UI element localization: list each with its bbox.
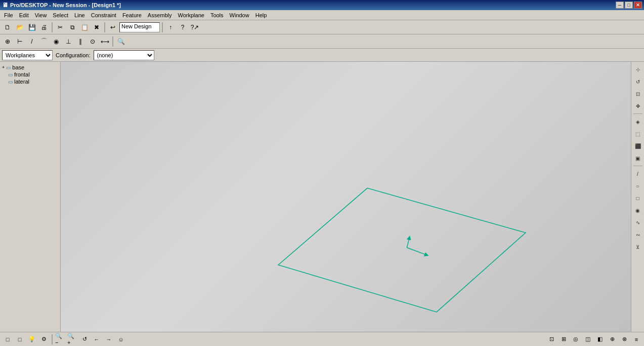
session-name-input[interactable]: New Design: [119, 22, 160, 32]
rt-spline-icon[interactable]: ∾: [632, 229, 643, 240]
rt-viewside-icon[interactable]: ▣: [632, 152, 643, 164]
sb-rotate-btn[interactable]: ↺: [79, 334, 90, 345]
title-bar-buttons: ─ □ ✕: [616, 2, 642, 9]
menu-item-tools[interactable]: Tools: [207, 11, 227, 19]
workplane-bar: Workplanes Configuration: (none): [0, 49, 644, 62]
sb-zoomin-btn[interactable]: 🔍+: [67, 334, 78, 345]
sb-forward-btn[interactable]: →: [103, 334, 114, 345]
help-btn[interactable]: ?: [177, 22, 188, 33]
tb2-constrain7[interactable]: ⊙: [87, 36, 98, 47]
sb-smiley-btn[interactable]: ☺: [115, 334, 126, 345]
rt-line-icon[interactable]: /: [632, 168, 643, 179]
sb-zoomout-btn[interactable]: 🔍−: [55, 334, 66, 345]
rt-eye-icon[interactable]: ◉: [632, 205, 643, 216]
svg-line-1: [407, 248, 426, 255]
rt-rotate-icon[interactable]: ↺: [632, 76, 643, 87]
tb2-magnet[interactable]: ⊕: [2, 36, 13, 47]
paste-btn[interactable]: 📋: [79, 22, 90, 33]
title-bar-left: 🖥 Pro/DESKTOP - New Session - [Design1 *…: [2, 2, 121, 9]
plane-icon: ▭: [6, 65, 11, 70]
config-dropdown[interactable]: (none): [94, 50, 154, 60]
sb-sq2-btn[interactable]: □: [14, 334, 25, 345]
help2-btn[interactable]: ?↗: [189, 22, 200, 33]
save-btn[interactable]: 💾: [26, 22, 37, 33]
toolbar1: 🗋 📂 💾 🖨 ✂ ⧉ 📋 ✖ ↩ New Design ↑ ? ?↗: [0, 20, 644, 34]
workplanes-dropdown[interactable]: Workplanes: [2, 50, 53, 60]
tb2-constrain4[interactable]: ◉: [51, 36, 62, 47]
sb-r7-btn[interactable]: ⊗: [619, 334, 630, 345]
tb2-constrain5[interactable]: ⊥: [63, 36, 74, 47]
rt-select-icon[interactable]: ⊹: [632, 64, 643, 75]
left-panel: + ▭ base ▭ frontal ▭ lateral: [0, 62, 61, 332]
rt-curve-icon[interactable]: ∿: [632, 217, 643, 228]
status-bar: □ □ 💡 ⚙ 🔍− 🔍+ ↺ ← → ☺ ⊡ ⊞ ◎ ◫ ◧ ⊕ ⊗ ≡: [0, 332, 644, 346]
tb2-constrain6[interactable]: ∥: [75, 36, 86, 47]
3d-viewport-svg: [61, 62, 631, 332]
menu-item-window[interactable]: Window: [227, 11, 252, 19]
new-btn[interactable]: 🗋: [2, 22, 13, 33]
title-text: Pro/DESKTOP - New Session - [Design1 *]: [10, 2, 121, 8]
rt-viewtop-icon[interactable]: ⬚: [632, 128, 643, 139]
sb-r3-btn[interactable]: ◎: [570, 334, 581, 345]
menu-item-workplane[interactable]: Workplane: [175, 11, 207, 19]
menu-item-feature[interactable]: Feature: [119, 11, 145, 19]
tree-item-base[interactable]: + ▭ base: [1, 64, 59, 71]
menu-item-file[interactable]: File: [1, 11, 16, 19]
menu-item-select[interactable]: Select: [50, 11, 71, 19]
menu-item-assembly[interactable]: Assembly: [145, 11, 175, 19]
sb-r5-btn[interactable]: ◧: [594, 334, 606, 345]
menu-item-help[interactable]: Help: [252, 11, 270, 19]
sb-gear-btn[interactable]: ⚙: [38, 334, 50, 345]
tree-label-frontal: frontal: [14, 71, 30, 78]
menu-bar: FileEditViewSelectLineConstraintFeatureA…: [0, 10, 644, 20]
minimize-button[interactable]: ─: [616, 2, 624, 9]
rt-zoom-icon[interactable]: ⊡: [632, 88, 643, 99]
title-bar: 🖥 Pro/DESKTOP - New Session - [Design1 *…: [0, 0, 644, 10]
rt-rect-icon[interactable]: □: [632, 193, 643, 204]
rt-circle-icon[interactable]: ○: [632, 180, 643, 191]
tb2-constrain1[interactable]: ⊢: [14, 36, 25, 47]
menu-item-line[interactable]: Line: [71, 11, 88, 19]
rt-view3d-icon[interactable]: ◈: [632, 116, 643, 127]
menu-item-constraint[interactable]: Constraint: [88, 11, 119, 19]
tb2-constrain8[interactable]: ⟷: [99, 36, 110, 47]
sb-light-btn[interactable]: 💡: [26, 334, 37, 345]
delete-btn[interactable]: ✖: [91, 22, 102, 33]
tb2-constrain2[interactable]: /: [26, 36, 37, 47]
plane-icon-lateral: ▭: [8, 79, 13, 85]
print-btn[interactable]: 🖨: [38, 22, 50, 33]
rt-constraint-icon[interactable]: ⊻: [632, 241, 643, 252]
expand-icon: +: [2, 65, 5, 70]
sb-r4-btn[interactable]: ◫: [582, 334, 593, 345]
sb-sq1-btn[interactable]: □: [2, 334, 13, 345]
open-btn[interactable]: 📂: [14, 22, 25, 33]
tree-label-lateral: lateral: [14, 79, 29, 85]
plane-icon-frontal: ▭: [8, 72, 13, 78]
tb2-search[interactable]: 🔍: [115, 36, 126, 47]
sb-r1-btn[interactable]: ⊡: [546, 334, 557, 345]
rt-viewfront-icon[interactable]: ⬛: [632, 140, 643, 151]
rt-pan-icon[interactable]: ✥: [632, 100, 643, 111]
viewport[interactable]: [61, 62, 631, 332]
arrow-btn[interactable]: ↑: [165, 22, 176, 33]
sb-r6-btn[interactable]: ⊕: [607, 334, 618, 345]
undo-btn[interactable]: ↩: [107, 22, 118, 33]
sb-r8-btn[interactable]: ≡: [631, 334, 642, 345]
tb2-constrain3[interactable]: ⌒: [38, 36, 50, 47]
tree-item-lateral[interactable]: ▭ lateral: [1, 78, 59, 85]
menu-item-edit[interactable]: Edit: [16, 11, 32, 19]
app-icon: 🖥: [2, 2, 8, 9]
menu-item-view[interactable]: View: [32, 11, 50, 19]
svg-marker-0: [278, 188, 526, 312]
sb-back-btn[interactable]: ←: [91, 334, 102, 345]
toolbar2: ⊕ ⊢ / ⌒ ◉ ⊥ ∥ ⊙ ⟷ 🔍: [0, 34, 644, 49]
cut-btn[interactable]: ✂: [55, 22, 66, 33]
maximize-button[interactable]: □: [625, 2, 633, 9]
close-button[interactable]: ✕: [634, 2, 642, 9]
svg-line-2: [407, 238, 409, 248]
config-label: Configuration:: [56, 52, 91, 58]
right-toolbar: ⊹ ↺ ⊡ ✥ ◈ ⬚ ⬛ ▣ / ○ □ ◉ ∿ ∾ ⊻: [631, 62, 644, 332]
sb-r2-btn[interactable]: ⊞: [558, 334, 569, 345]
tree-item-frontal[interactable]: ▭ frontal: [1, 71, 59, 78]
copy-btn[interactable]: ⧉: [67, 22, 78, 33]
